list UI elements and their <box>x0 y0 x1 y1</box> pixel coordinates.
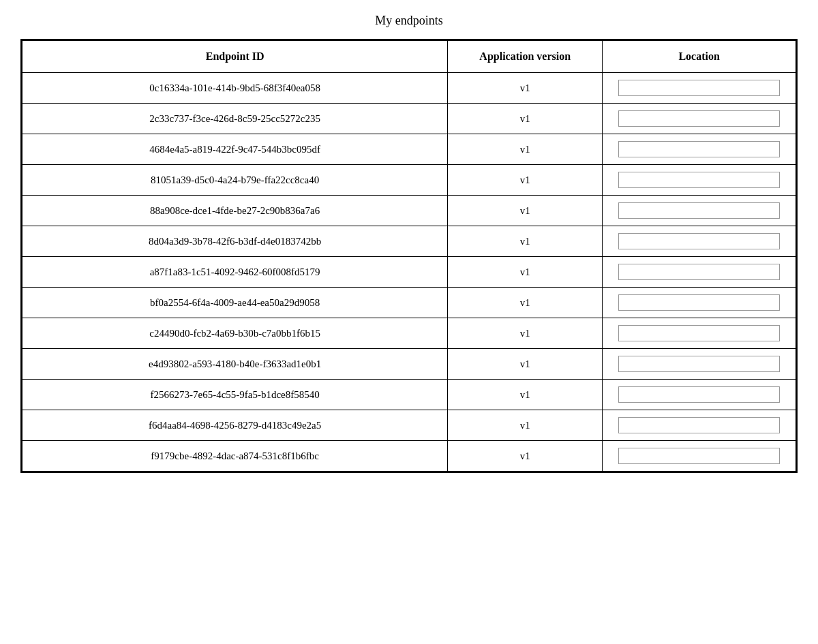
location-input[interactable] <box>618 172 779 188</box>
cell-location <box>603 196 796 226</box>
cell-app-version: v1 <box>448 73 603 104</box>
location-input[interactable] <box>618 417 779 433</box>
location-input[interactable] <box>618 356 779 372</box>
cell-endpoint-id: e4d93802-a593-4180-b40e-f3633ad1e0b1 <box>22 349 448 380</box>
endpoints-table-wrapper: Endpoint ID Application version Location… <box>20 39 798 473</box>
cell-app-version: v1 <box>448 226 603 257</box>
table-row: f2566273-7e65-4c55-9fa5-b1dce8f58540v1 <box>22 380 796 410</box>
table-row: 0c16334a-101e-414b-9bd5-68f3f40ea058v1 <box>22 73 796 104</box>
table-row: 81051a39-d5c0-4a24-b79e-ffa22cc8ca40v1 <box>22 165 796 196</box>
cell-location <box>603 288 796 318</box>
table-row: e4d93802-a593-4180-b40e-f3633ad1e0b1v1 <box>22 349 796 380</box>
cell-location <box>603 226 796 257</box>
cell-endpoint-id: a87f1a83-1c51-4092-9462-60f008fd5179 <box>22 257 448 288</box>
cell-location <box>603 380 796 410</box>
location-input[interactable] <box>618 386 779 403</box>
location-input[interactable] <box>618 448 779 464</box>
cell-endpoint-id: f9179cbe-4892-4dac-a874-531c8f1b6fbc <box>22 441 448 472</box>
table-row: a87f1a83-1c51-4092-9462-60f008fd5179v1 <box>22 257 796 288</box>
location-input[interactable] <box>618 325 779 341</box>
cell-endpoint-id: 4684e4a5-a819-422f-9c47-544b3bc095df <box>22 134 448 165</box>
cell-location <box>603 349 796 380</box>
cell-location <box>603 441 796 472</box>
cell-location <box>603 257 796 288</box>
location-input[interactable] <box>618 264 779 280</box>
table-row: 4684e4a5-a819-422f-9c47-544b3bc095dfv1 <box>22 134 796 165</box>
cell-location <box>603 73 796 104</box>
cell-endpoint-id: 88a908ce-dce1-4fde-be27-2c90b836a7a6 <box>22 196 448 226</box>
table-body: 0c16334a-101e-414b-9bd5-68f3f40ea058v12c… <box>22 73 796 472</box>
table-row: 8d04a3d9-3b78-42f6-b3df-d4e0183742bbv1 <box>22 226 796 257</box>
table-row: bf0a2554-6f4a-4009-ae44-ea50a29d9058v1 <box>22 288 796 318</box>
cell-app-version: v1 <box>448 257 603 288</box>
cell-endpoint-id: c24490d0-fcb2-4a69-b30b-c7a0bb1f6b15 <box>22 318 448 349</box>
cell-endpoint-id: 0c16334a-101e-414b-9bd5-68f3f40ea058 <box>22 73 448 104</box>
location-input[interactable] <box>618 141 779 157</box>
cell-endpoint-id: 2c33c737-f3ce-426d-8c59-25cc5272c235 <box>22 104 448 134</box>
cell-app-version: v1 <box>448 134 603 165</box>
cell-endpoint-id: 8d04a3d9-3b78-42f6-b3df-d4e0183742bb <box>22 226 448 257</box>
cell-app-version: v1 <box>448 165 603 196</box>
endpoints-table: Endpoint ID Application version Location… <box>22 40 796 472</box>
header-endpoint-id: Endpoint ID <box>22 41 448 73</box>
cell-location <box>603 318 796 349</box>
cell-app-version: v1 <box>448 196 603 226</box>
cell-endpoint-id: f2566273-7e65-4c55-9fa5-b1dce8f58540 <box>22 380 448 410</box>
cell-endpoint-id: f6d4aa84-4698-4256-8279-d4183c49e2a5 <box>22 410 448 441</box>
cell-location <box>603 104 796 134</box>
cell-app-version: v1 <box>448 288 603 318</box>
cell-app-version: v1 <box>448 441 603 472</box>
location-input[interactable] <box>618 294 779 311</box>
cell-endpoint-id: bf0a2554-6f4a-4009-ae44-ea50a29d9058 <box>22 288 448 318</box>
cell-location <box>603 410 796 441</box>
cell-location <box>603 134 796 165</box>
table-row: f6d4aa84-4698-4256-8279-d4183c49e2a5v1 <box>22 410 796 441</box>
location-input[interactable] <box>618 202 779 219</box>
header-location: Location <box>603 41 796 73</box>
cell-app-version: v1 <box>448 349 603 380</box>
table-row: f9179cbe-4892-4dac-a874-531c8f1b6fbcv1 <box>22 441 796 472</box>
cell-app-version: v1 <box>448 410 603 441</box>
location-input[interactable] <box>618 233 779 249</box>
table-row: 2c33c737-f3ce-426d-8c59-25cc5272c235v1 <box>22 104 796 134</box>
location-input[interactable] <box>618 80 779 96</box>
location-input[interactable] <box>618 110 779 127</box>
header-app-version: Application version <box>448 41 603 73</box>
table-header-row: Endpoint ID Application version Location <box>22 41 796 73</box>
cell-app-version: v1 <box>448 104 603 134</box>
table-row: c24490d0-fcb2-4a69-b30b-c7a0bb1f6b15v1 <box>22 318 796 349</box>
cell-location <box>603 165 796 196</box>
cell-app-version: v1 <box>448 318 603 349</box>
cell-endpoint-id: 81051a39-d5c0-4a24-b79e-ffa22cc8ca40 <box>22 165 448 196</box>
page-title: My endpoints <box>375 14 443 28</box>
cell-app-version: v1 <box>448 380 603 410</box>
table-row: 88a908ce-dce1-4fde-be27-2c90b836a7a6v1 <box>22 196 796 226</box>
